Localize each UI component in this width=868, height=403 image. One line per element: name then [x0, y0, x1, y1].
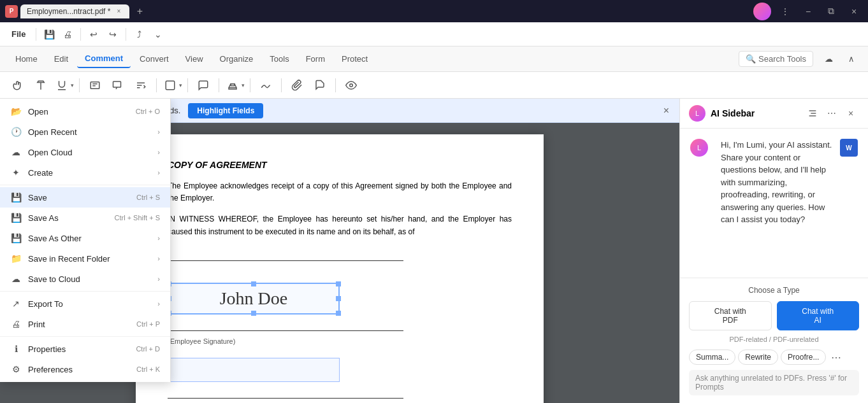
menu-item-create[interactable]: ✦ Create ›	[0, 162, 170, 183]
ribbon: Home Edit Comment Convert View Organize …	[0, 46, 868, 72]
menu-item-open-recent[interactable]: 🕐 Open Recent ›	[0, 122, 170, 142]
menu-item-export-to[interactable]: ↗ Export To ›	[0, 293, 170, 314]
menu-item-open-cloud-label: Open Cloud	[28, 148, 148, 157]
ai-proofread-btn[interactable]: Proofre...	[781, 350, 826, 365]
menu-item-save-recent-folder[interactable]: 📁 Save in Recent Folder ›	[0, 248, 170, 269]
tab-home[interactable]: Home	[8, 50, 45, 67]
menu-item-print[interactable]: 🖨 Print Ctrl + P	[0, 314, 170, 334]
sig-handle-bm[interactable]	[251, 311, 256, 316]
chat-ai-line1: Chat with	[780, 307, 857, 316]
text-tool-btn[interactable]	[31, 76, 51, 94]
search-tools-label: Search Tools	[758, 54, 806, 64]
active-tab[interactable]: Employmen...ntract.pdf * ×	[20, 4, 129, 18]
tab-protect[interactable]: Protect	[334, 50, 375, 67]
menu-item-save-as[interactable]: 💾 Save As Ctrl + Shift + S	[0, 208, 170, 228]
share-btn[interactable]: ⤴	[130, 25, 148, 43]
underline-tool-group[interactable]: ▾	[54, 76, 74, 94]
stamp-btn[interactable]	[224, 76, 241, 94]
sig-handle-rm[interactable]	[336, 296, 341, 301]
ai-quick-actions: Summa... Rewrite Proofre... ⋯	[689, 350, 859, 365]
show-hide-btn[interactable]	[341, 76, 361, 94]
tab-form[interactable]: Form	[298, 50, 333, 67]
notification-close-btn[interactable]: ×	[663, 105, 669, 117]
menu-item-properties[interactable]: ℹ Properties Ctrl + D	[0, 339, 170, 359]
svg-rect-5	[113, 81, 121, 87]
title-bar-left: P Employmen...ntract.pdf * × +	[5, 4, 147, 19]
employee-name-box[interactable]	[168, 358, 340, 382]
shape-arrow: ▾	[179, 82, 182, 88]
ai-close-btn[interactable]: ×	[843, 105, 859, 122]
redo-btn[interactable]: ↪	[104, 25, 122, 43]
print-toolbar-btn[interactable]: 🖨	[59, 25, 76, 43]
menu-item-open-recent-label: Open Recent	[28, 127, 148, 137]
ai-lumi-icon: L	[690, 139, 708, 157]
more-toolbar-btn[interactable]: ⌄	[149, 25, 167, 43]
tab-view[interactable]: View	[178, 50, 211, 67]
ai-input-area[interactable]: Ask anything unrelated to PDFs. Press '#…	[689, 370, 859, 395]
collapse-ribbon-btn[interactable]: ∧	[843, 50, 860, 68]
ai-settings-btn[interactable]	[804, 105, 821, 122]
menu-item-properties-label: Properties	[28, 344, 129, 354]
sig-handle-tm[interactable]	[251, 281, 256, 286]
menu-item-open[interactable]: 📂 Open Ctrl + O	[0, 101, 170, 122]
tab-close-btn[interactable]: ×	[114, 7, 123, 16]
menu-item-print-shortcut: Ctrl + P	[136, 320, 160, 328]
menu-item-save-cloud[interactable]: ☁ Save to Cloud ›	[0, 269, 170, 289]
search-tools[interactable]: 🔍 Search Tools	[739, 51, 813, 67]
stamp-tool-group[interactable]: ▾	[224, 76, 245, 94]
menu-item-preferences[interactable]: ⚙ Preferences Ctrl + K	[0, 359, 170, 379]
menu-item-save-recent-folder-label: Save in Recent Folder	[28, 254, 148, 264]
underline-btn[interactable]	[54, 76, 70, 94]
hand-tool-btn[interactable]	[8, 76, 28, 94]
menu-item-open-cloud[interactable]: ☁ Open Cloud ›	[0, 142, 170, 162]
tab-tools[interactable]: Tools	[262, 50, 296, 67]
ribbon-right-actions: ☁ ∧	[820, 50, 860, 68]
profile-icon[interactable]	[753, 3, 771, 20]
sticky-note-btn[interactable]	[193, 76, 213, 94]
sig-handle-tr[interactable]	[336, 281, 341, 286]
text-comment-btn[interactable]	[310, 76, 330, 94]
open-icon: 📂	[10, 106, 22, 117]
cloud-sync-btn[interactable]: ☁	[820, 50, 837, 68]
tab-edit[interactable]: Edit	[47, 50, 76, 67]
tab-comment[interactable]: Comment	[77, 50, 131, 68]
sig-box-container: John Doe	[168, 278, 340, 317]
menu-item-export-label: Export To	[28, 299, 148, 309]
callout-btn[interactable]	[108, 76, 128, 94]
highlight-fields-btn[interactable]: Highlight Fields	[188, 103, 263, 118]
signature-box[interactable]: John Doe	[168, 283, 340, 315]
ink-sign-btn[interactable]	[256, 76, 276, 94]
new-tab-btn[interactable]: +	[132, 4, 147, 19]
attach-btn[interactable]	[287, 76, 307, 94]
chat-pdf-btn[interactable]: Chat with PDF	[689, 301, 772, 330]
sig-handle-br[interactable]	[336, 311, 341, 316]
save-icon: 💾	[10, 192, 22, 203]
shape-btn[interactable]	[162, 76, 178, 94]
tab-organize[interactable]: Organize	[212, 50, 261, 67]
ai-rewrite-btn[interactable]: Rewrite	[738, 350, 778, 365]
ai-sidebar: L AI Sidebar ⋯ × L Hi, I'm Lumi, your AI…	[679, 99, 868, 403]
ai-quick-more-btn[interactable]: ⋯	[828, 350, 844, 365]
ai-more-btn[interactable]: ⋯	[823, 105, 840, 122]
file-menu-btn[interactable]: File	[5, 27, 32, 41]
shape-tool-group[interactable]: ▾	[162, 76, 182, 94]
ai-summarize-btn[interactable]: Summa...	[689, 350, 735, 365]
print-icon: 🖨	[10, 318, 22, 330]
undo-btn[interactable]: ↩	[85, 25, 103, 43]
ai-bottom-panel: Choose a Type Chat with PDF Chat with AI…	[680, 278, 868, 403]
menu-item-open-shortcut: Ctrl + O	[136, 108, 160, 115]
tab-convert[interactable]: Convert	[132, 50, 177, 67]
more-options-btn[interactable]: ⋮	[776, 3, 794, 20]
export-icon: ↗	[10, 298, 22, 309]
menu-item-save[interactable]: 💾 Save Ctrl + S	[0, 187, 170, 208]
name-underline	[168, 388, 403, 399]
menu-item-save-as-other[interactable]: 💾 Save As Other ›	[0, 228, 170, 248]
restore-btn[interactable]: ⧉	[822, 3, 840, 20]
text-box-btn[interactable]	[85, 76, 105, 94]
toolbar-sep-3	[126, 28, 126, 41]
minimize-btn[interactable]: −	[799, 3, 817, 20]
text-correction-btn[interactable]	[131, 76, 151, 94]
close-btn[interactable]: ×	[845, 3, 863, 20]
chat-ai-btn[interactable]: Chat with AI	[777, 301, 860, 330]
save-toolbar-btn[interactable]: 💾	[40, 25, 58, 43]
